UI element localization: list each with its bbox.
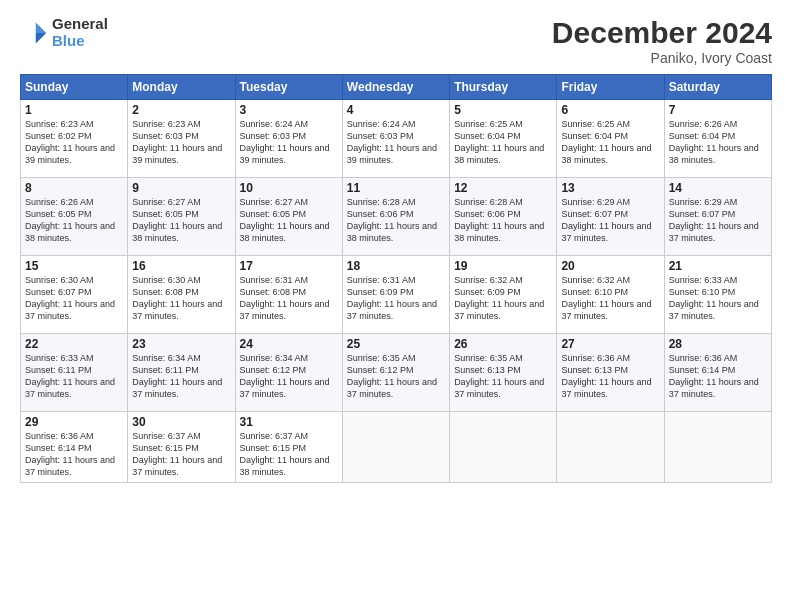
table-row: 6Sunrise: 6:25 AM Sunset: 6:04 PM Daylig… xyxy=(557,100,664,178)
table-row: 30Sunrise: 6:37 AM Sunset: 6:15 PM Dayli… xyxy=(128,412,235,483)
day-info: Sunrise: 6:25 AM Sunset: 6:04 PM Dayligh… xyxy=(454,118,552,167)
day-info: Sunrise: 6:26 AM Sunset: 6:05 PM Dayligh… xyxy=(25,196,123,245)
table-row: 24Sunrise: 6:34 AM Sunset: 6:12 PM Dayli… xyxy=(235,334,342,412)
col-friday: Friday xyxy=(557,75,664,100)
table-row: 27Sunrise: 6:36 AM Sunset: 6:13 PM Dayli… xyxy=(557,334,664,412)
day-number: 23 xyxy=(132,337,230,351)
day-info: Sunrise: 6:27 AM Sunset: 6:05 PM Dayligh… xyxy=(240,196,338,245)
day-number: 1 xyxy=(25,103,123,117)
svg-marker-1 xyxy=(36,33,47,44)
day-number: 27 xyxy=(561,337,659,351)
svg-marker-0 xyxy=(36,22,47,33)
calendar-subtitle: Paniko, Ivory Coast xyxy=(552,50,772,66)
col-wednesday: Wednesday xyxy=(342,75,449,100)
table-row: 16Sunrise: 6:30 AM Sunset: 6:08 PM Dayli… xyxy=(128,256,235,334)
day-info: Sunrise: 6:33 AM Sunset: 6:11 PM Dayligh… xyxy=(25,352,123,401)
table-row: 29Sunrise: 6:36 AM Sunset: 6:14 PM Dayli… xyxy=(21,412,128,483)
table-row xyxy=(557,412,664,483)
day-info: Sunrise: 6:24 AM Sunset: 6:03 PM Dayligh… xyxy=(347,118,445,167)
table-row: 2Sunrise: 6:23 AM Sunset: 6:03 PM Daylig… xyxy=(128,100,235,178)
col-thursday: Thursday xyxy=(450,75,557,100)
day-info: Sunrise: 6:25 AM Sunset: 6:04 PM Dayligh… xyxy=(561,118,659,167)
day-number: 4 xyxy=(347,103,445,117)
logo-text: General Blue xyxy=(52,16,108,49)
day-info: Sunrise: 6:31 AM Sunset: 6:08 PM Dayligh… xyxy=(240,274,338,323)
day-number: 17 xyxy=(240,259,338,273)
col-saturday: Saturday xyxy=(664,75,771,100)
day-info: Sunrise: 6:35 AM Sunset: 6:13 PM Dayligh… xyxy=(454,352,552,401)
table-row: 20Sunrise: 6:32 AM Sunset: 6:10 PM Dayli… xyxy=(557,256,664,334)
table-row: 9Sunrise: 6:27 AM Sunset: 6:05 PM Daylig… xyxy=(128,178,235,256)
day-info: Sunrise: 6:36 AM Sunset: 6:14 PM Dayligh… xyxy=(669,352,767,401)
day-number: 22 xyxy=(25,337,123,351)
day-number: 29 xyxy=(25,415,123,429)
calendar-table: Sunday Monday Tuesday Wednesday Thursday… xyxy=(20,74,772,483)
day-info: Sunrise: 6:36 AM Sunset: 6:14 PM Dayligh… xyxy=(25,430,123,479)
day-info: Sunrise: 6:29 AM Sunset: 6:07 PM Dayligh… xyxy=(561,196,659,245)
table-row xyxy=(450,412,557,483)
day-info: Sunrise: 6:28 AM Sunset: 6:06 PM Dayligh… xyxy=(347,196,445,245)
table-row: 21Sunrise: 6:33 AM Sunset: 6:10 PM Dayli… xyxy=(664,256,771,334)
day-number: 14 xyxy=(669,181,767,195)
day-number: 7 xyxy=(669,103,767,117)
logo-general: General xyxy=(52,16,108,33)
logo-blue: Blue xyxy=(52,33,108,50)
logo: General Blue xyxy=(20,16,108,49)
table-row: 15Sunrise: 6:30 AM Sunset: 6:07 PM Dayli… xyxy=(21,256,128,334)
col-tuesday: Tuesday xyxy=(235,75,342,100)
day-number: 9 xyxy=(132,181,230,195)
table-row: 13Sunrise: 6:29 AM Sunset: 6:07 PM Dayli… xyxy=(557,178,664,256)
day-number: 2 xyxy=(132,103,230,117)
day-number: 21 xyxy=(669,259,767,273)
header-row: Sunday Monday Tuesday Wednesday Thursday… xyxy=(21,75,772,100)
day-number: 3 xyxy=(240,103,338,117)
day-info: Sunrise: 6:35 AM Sunset: 6:12 PM Dayligh… xyxy=(347,352,445,401)
day-number: 19 xyxy=(454,259,552,273)
day-info: Sunrise: 6:23 AM Sunset: 6:02 PM Dayligh… xyxy=(25,118,123,167)
day-number: 12 xyxy=(454,181,552,195)
day-info: Sunrise: 6:32 AM Sunset: 6:10 PM Dayligh… xyxy=(561,274,659,323)
day-number: 18 xyxy=(347,259,445,273)
day-number: 25 xyxy=(347,337,445,351)
day-info: Sunrise: 6:37 AM Sunset: 6:15 PM Dayligh… xyxy=(132,430,230,479)
day-info: Sunrise: 6:30 AM Sunset: 6:08 PM Dayligh… xyxy=(132,274,230,323)
day-info: Sunrise: 6:26 AM Sunset: 6:04 PM Dayligh… xyxy=(669,118,767,167)
day-number: 16 xyxy=(132,259,230,273)
table-row: 5Sunrise: 6:25 AM Sunset: 6:04 PM Daylig… xyxy=(450,100,557,178)
table-row: 31Sunrise: 6:37 AM Sunset: 6:15 PM Dayli… xyxy=(235,412,342,483)
table-row: 25Sunrise: 6:35 AM Sunset: 6:12 PM Dayli… xyxy=(342,334,449,412)
day-info: Sunrise: 6:29 AM Sunset: 6:07 PM Dayligh… xyxy=(669,196,767,245)
table-row: 19Sunrise: 6:32 AM Sunset: 6:09 PM Dayli… xyxy=(450,256,557,334)
day-number: 26 xyxy=(454,337,552,351)
table-row: 28Sunrise: 6:36 AM Sunset: 6:14 PM Dayli… xyxy=(664,334,771,412)
day-info: Sunrise: 6:33 AM Sunset: 6:10 PM Dayligh… xyxy=(669,274,767,323)
calendar-title: December 2024 xyxy=(552,16,772,50)
day-number: 31 xyxy=(240,415,338,429)
day-number: 11 xyxy=(347,181,445,195)
day-number: 30 xyxy=(132,415,230,429)
table-row: 7Sunrise: 6:26 AM Sunset: 6:04 PM Daylig… xyxy=(664,100,771,178)
table-row: 1Sunrise: 6:23 AM Sunset: 6:02 PM Daylig… xyxy=(21,100,128,178)
header: General Blue December 2024 Paniko, Ivory… xyxy=(20,16,772,66)
day-info: Sunrise: 6:30 AM Sunset: 6:07 PM Dayligh… xyxy=(25,274,123,323)
day-number: 20 xyxy=(561,259,659,273)
day-info: Sunrise: 6:34 AM Sunset: 6:12 PM Dayligh… xyxy=(240,352,338,401)
table-row: 12Sunrise: 6:28 AM Sunset: 6:06 PM Dayli… xyxy=(450,178,557,256)
table-row: 3Sunrise: 6:24 AM Sunset: 6:03 PM Daylig… xyxy=(235,100,342,178)
page: General Blue December 2024 Paniko, Ivory… xyxy=(0,0,792,612)
col-sunday: Sunday xyxy=(21,75,128,100)
table-row: 22Sunrise: 6:33 AM Sunset: 6:11 PM Dayli… xyxy=(21,334,128,412)
table-row: 26Sunrise: 6:35 AM Sunset: 6:13 PM Dayli… xyxy=(450,334,557,412)
col-monday: Monday xyxy=(128,75,235,100)
table-row: 17Sunrise: 6:31 AM Sunset: 6:08 PM Dayli… xyxy=(235,256,342,334)
day-info: Sunrise: 6:28 AM Sunset: 6:06 PM Dayligh… xyxy=(454,196,552,245)
day-info: Sunrise: 6:31 AM Sunset: 6:09 PM Dayligh… xyxy=(347,274,445,323)
table-row: 23Sunrise: 6:34 AM Sunset: 6:11 PM Dayli… xyxy=(128,334,235,412)
day-number: 5 xyxy=(454,103,552,117)
day-info: Sunrise: 6:24 AM Sunset: 6:03 PM Dayligh… xyxy=(240,118,338,167)
day-number: 28 xyxy=(669,337,767,351)
title-block: December 2024 Paniko, Ivory Coast xyxy=(552,16,772,66)
day-number: 8 xyxy=(25,181,123,195)
day-info: Sunrise: 6:27 AM Sunset: 6:05 PM Dayligh… xyxy=(132,196,230,245)
table-row: 11Sunrise: 6:28 AM Sunset: 6:06 PM Dayli… xyxy=(342,178,449,256)
